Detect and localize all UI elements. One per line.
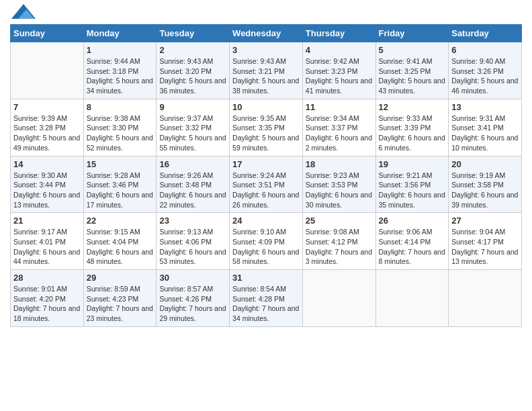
day-info: Sunrise: 9:41 AMSunset: 3:25 PMDaylight:… [379, 56, 446, 96]
day-info: Sunrise: 9:34 AMSunset: 3:37 PMDaylight:… [306, 113, 373, 153]
daylight-text: Daylight: 5 hours and 34 minutes. [87, 76, 154, 95]
daylight-text: Daylight: 5 hours and 36 minutes. [159, 76, 226, 95]
sunset-text: Sunset: 4:28 PM [232, 294, 300, 304]
calendar-cell: 2Sunrise: 9:43 AMSunset: 3:20 PMDaylight… [157, 42, 230, 99]
calendar-cell: 9Sunrise: 9:37 AMSunset: 3:32 PMDaylight… [157, 99, 230, 156]
calendar-cell: 12Sunrise: 9:33 AMSunset: 3:39 PMDayligh… [375, 99, 449, 156]
daylight-text: Daylight: 5 hours and 52 minutes. [87, 133, 154, 152]
day-info: Sunrise: 8:54 AMSunset: 4:28 PMDaylight:… [232, 284, 300, 324]
calendar-cell [11, 42, 84, 99]
day-number: 22 [87, 216, 154, 226]
sunrise-text: Sunrise: 9:23 AM [306, 171, 373, 181]
day-info: Sunrise: 9:28 AMSunset: 3:46 PMDaylight:… [87, 171, 154, 210]
daylight-text: Daylight: 6 hours and 13 minutes. [13, 190, 81, 210]
weekday-header-row: SundayMondayTuesdayWednesdayThursdayFrid… [11, 25, 522, 42]
calendar-cell: 16Sunrise: 9:26 AMSunset: 3:48 PMDayligh… [157, 156, 230, 213]
sunset-text: Sunset: 3:35 PM [232, 123, 300, 133]
sunset-text: Sunset: 4:23 PM [87, 294, 154, 304]
sunrise-text: Sunrise: 9:35 AM [232, 113, 300, 124]
calendar-cell: 31Sunrise: 8:54 AMSunset: 4:28 PMDayligh… [230, 270, 303, 327]
daylight-text: Daylight: 5 hours and 38 minutes. [232, 76, 300, 95]
calendar-cell [375, 270, 449, 327]
daylight-text: Daylight: 6 hours and 17 minutes. [87, 190, 154, 210]
weekday-header-sunday: Sunday [11, 25, 84, 42]
sunrise-text: Sunrise: 9:01 AM [13, 284, 81, 294]
day-info: Sunrise: 9:06 AMSunset: 4:14 PMDaylight:… [379, 227, 446, 267]
day-info: Sunrise: 9:24 AMSunset: 3:51 PMDaylight:… [232, 171, 300, 210]
day-number: 31 [232, 273, 300, 283]
day-info: Sunrise: 9:26 AMSunset: 3:48 PMDaylight:… [159, 171, 226, 210]
calendar-cell: 29Sunrise: 8:59 AMSunset: 4:23 PMDayligh… [83, 270, 157, 327]
sunrise-text: Sunrise: 9:28 AM [87, 171, 154, 181]
weekday-header-saturday: Saturday [449, 25, 522, 42]
day-info: Sunrise: 8:57 AMSunset: 4:26 PMDaylight:… [159, 284, 226, 324]
sunrise-text: Sunrise: 9:43 AM [159, 56, 226, 66]
week-row-5: 28Sunrise: 9:01 AMSunset: 4:20 PMDayligh… [11, 270, 522, 327]
sunrise-text: Sunrise: 9:17 AM [13, 227, 81, 237]
daylight-text: Daylight: 6 hours and 22 minutes. [159, 190, 226, 210]
day-number: 2 [159, 45, 226, 55]
sunrise-text: Sunrise: 9:33 AM [379, 113, 446, 124]
calendar-table: SundayMondayTuesdayWednesdayThursdayFrid… [10, 24, 522, 327]
calendar-cell: 21Sunrise: 9:17 AMSunset: 4:01 PMDayligh… [11, 213, 84, 270]
day-number: 29 [87, 273, 154, 283]
sunset-text: Sunset: 3:30 PM [87, 123, 154, 133]
sunrise-text: Sunrise: 8:59 AM [87, 284, 154, 294]
day-number: 10 [232, 102, 300, 112]
calendar-cell: 27Sunrise: 9:04 AMSunset: 4:17 PMDayligh… [449, 213, 522, 270]
day-number: 25 [306, 216, 373, 226]
day-info: Sunrise: 9:44 AMSunset: 3:18 PMDaylight:… [87, 56, 154, 96]
sunrise-text: Sunrise: 9:24 AM [232, 171, 300, 181]
sunset-text: Sunset: 3:44 PM [13, 180, 81, 190]
daylight-text: Daylight: 6 hours and 44 minutes. [13, 247, 81, 267]
sunset-text: Sunset: 4:14 PM [379, 237, 446, 247]
day-number: 9 [159, 102, 226, 112]
calendar-cell: 18Sunrise: 9:23 AMSunset: 3:53 PMDayligh… [302, 156, 375, 213]
sunrise-text: Sunrise: 9:30 AM [13, 171, 81, 181]
sunset-text: Sunset: 4:26 PM [159, 294, 226, 304]
calendar-cell: 23Sunrise: 9:13 AMSunset: 4:06 PMDayligh… [157, 213, 230, 270]
sunrise-text: Sunrise: 9:08 AM [306, 227, 373, 237]
day-number: 30 [159, 273, 226, 283]
sunset-text: Sunset: 4:20 PM [13, 294, 81, 304]
day-info: Sunrise: 9:38 AMSunset: 3:30 PMDaylight:… [87, 113, 154, 153]
sunset-text: Sunset: 3:21 PM [232, 66, 300, 77]
day-number: 18 [306, 159, 373, 169]
weekday-header-thursday: Thursday [302, 25, 375, 42]
day-info: Sunrise: 9:23 AMSunset: 3:53 PMDaylight:… [306, 171, 373, 210]
daylight-text: Daylight: 7 hours and 13 minutes. [451, 247, 519, 267]
sunset-text: Sunset: 3:48 PM [159, 180, 226, 190]
day-number: 6 [451, 45, 519, 55]
day-number: 19 [379, 159, 446, 169]
calendar-cell: 4Sunrise: 9:42 AMSunset: 3:23 PMDaylight… [302, 42, 375, 99]
calendar-cell: 19Sunrise: 9:21 AMSunset: 3:56 PMDayligh… [375, 156, 449, 213]
day-number: 3 [232, 45, 300, 55]
day-number: 17 [232, 159, 300, 169]
sunrise-text: Sunrise: 9:40 AM [451, 56, 519, 66]
sunrise-text: Sunrise: 9:15 AM [87, 227, 154, 237]
calendar-cell: 25Sunrise: 9:08 AMSunset: 4:12 PMDayligh… [302, 213, 375, 270]
day-info: Sunrise: 9:15 AMSunset: 4:04 PMDaylight:… [87, 227, 154, 267]
calendar-cell: 6Sunrise: 9:40 AMSunset: 3:26 PMDaylight… [449, 42, 522, 99]
daylight-text: Daylight: 6 hours and 58 minutes. [232, 247, 300, 267]
day-number: 16 [159, 159, 226, 169]
weekday-header-tuesday: Tuesday [157, 25, 230, 42]
calendar-cell: 26Sunrise: 9:06 AMSunset: 4:14 PMDayligh… [375, 213, 449, 270]
day-number: 28 [13, 273, 81, 283]
calendar-cell: 14Sunrise: 9:30 AMSunset: 3:44 PMDayligh… [11, 156, 84, 213]
sunset-text: Sunset: 4:01 PM [13, 237, 81, 247]
sunset-text: Sunset: 4:09 PM [232, 237, 300, 247]
calendar-cell: 22Sunrise: 9:15 AMSunset: 4:04 PMDayligh… [83, 213, 157, 270]
day-number: 23 [159, 216, 226, 226]
sunset-text: Sunset: 3:41 PM [451, 123, 519, 133]
calendar-cell: 7Sunrise: 9:39 AMSunset: 3:28 PMDaylight… [11, 99, 84, 156]
sunrise-text: Sunrise: 9:44 AM [87, 56, 154, 66]
day-info: Sunrise: 9:35 AMSunset: 3:35 PMDaylight:… [232, 113, 300, 153]
sunrise-text: Sunrise: 9:10 AM [232, 227, 300, 237]
daylight-text: Daylight: 7 hours and 34 minutes. [232, 304, 300, 323]
daylight-text: Daylight: 5 hours and 55 minutes. [159, 133, 226, 152]
calendar-cell: 30Sunrise: 8:57 AMSunset: 4:26 PMDayligh… [157, 270, 230, 327]
calendar-cell: 17Sunrise: 9:24 AMSunset: 3:51 PMDayligh… [230, 156, 303, 213]
week-row-4: 21Sunrise: 9:17 AMSunset: 4:01 PMDayligh… [11, 213, 522, 270]
calendar-cell: 13Sunrise: 9:31 AMSunset: 3:41 PMDayligh… [449, 99, 522, 156]
